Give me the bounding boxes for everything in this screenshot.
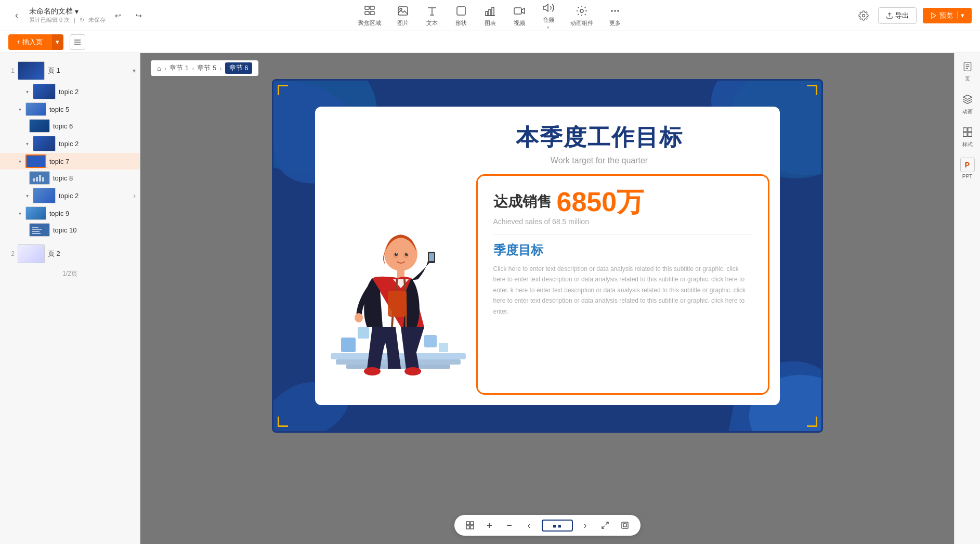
page-expand-1[interactable]: ▾ xyxy=(133,67,136,74)
text-icon xyxy=(425,4,439,18)
topic-item-topic9[interactable]: ▾ topic 9 xyxy=(0,205,140,222)
preview-dropdown[interactable]: ▾ xyxy=(957,11,964,19)
svg-point-53 xyxy=(404,367,421,375)
sidebar-expand-arrow[interactable]: › xyxy=(133,191,140,200)
topic7-thumb xyxy=(25,154,46,168)
tool-animation[interactable]: 动画组件 xyxy=(570,4,593,27)
topic8-label: topic 8 xyxy=(53,174,73,182)
svg-rect-36 xyxy=(341,338,356,352)
next-slide-button[interactable]: › xyxy=(578,518,593,533)
grid-view-button[interactable] xyxy=(463,518,477,533)
right-panel-page[interactable]: 页 xyxy=(960,59,975,83)
topic-item-topic5[interactable]: ▾ topic 5 xyxy=(0,101,140,118)
tool-chart[interactable]: 图表 xyxy=(483,4,498,27)
topic5-collapse[interactable]: ▾ xyxy=(19,107,21,112)
breadcrumb-home-icon[interactable]: ⌂ xyxy=(157,64,161,72)
svg-rect-67 xyxy=(968,128,972,132)
slide-inner: 本季度工作目标 Work target for the quarter 达成销售… xyxy=(273,81,821,431)
page-section-1: 1 页 1 ▾ ▾ topic 2 ▾ topic 5 xyxy=(0,57,140,240)
svg-rect-66 xyxy=(963,128,967,132)
topic-item-topic2-2[interactable]: ▾ topic 2 xyxy=(0,134,140,153)
topic-item-topic6[interactable]: topic 6 xyxy=(0,118,140,134)
page-item-2[interactable]: 2 页 2 xyxy=(0,242,140,265)
svg-rect-25 xyxy=(42,177,44,182)
page-label-2: 页 2 xyxy=(48,249,60,258)
insert-page-button[interactable]: + 插入页 xyxy=(8,34,51,50)
breadcrumb-item-2[interactable]: 章节 5 xyxy=(197,63,216,73)
edit-count: 累计已编辑 0 次 xyxy=(29,16,70,24)
refresh-icon[interactable]: ↻ xyxy=(80,17,84,23)
settings-button[interactable] xyxy=(855,7,872,24)
animation-panel-icon xyxy=(960,92,975,107)
page-indicator: ■ ■ xyxy=(542,520,573,532)
svg-rect-22 xyxy=(33,178,35,182)
insert-page-dropdown[interactable]: ▾ xyxy=(51,34,63,50)
svg-point-16 xyxy=(863,14,865,17)
right-panel-ppt[interactable]: P PPT xyxy=(960,158,975,179)
preview-label: 预览 xyxy=(939,11,953,20)
undo-button[interactable]: ↩ xyxy=(110,7,126,24)
doc-title-dropdown[interactable]: ▾ xyxy=(75,7,79,16)
svg-marker-18 xyxy=(932,12,936,18)
topic-item-topic10[interactable]: topic 10 xyxy=(0,222,140,238)
breadcrumb-item-3[interactable]: 章节 6 xyxy=(225,62,253,74)
sales-number: 6850万 xyxy=(557,188,644,215)
zoom-in-button[interactable]: + xyxy=(482,518,497,533)
right-panel-style[interactable]: 样式 xyxy=(960,125,975,148)
topic2-2-collapse[interactable]: ▾ xyxy=(26,141,29,147)
redo-button[interactable]: ↪ xyxy=(130,7,147,24)
topic7-collapse[interactable]: ▾ xyxy=(19,159,21,164)
right-panel: 页 动画 样式 P PPT xyxy=(954,53,980,544)
divider: | xyxy=(74,17,75,23)
svg-point-15 xyxy=(618,10,619,11)
topic2-1-collapse[interactable]: ▾ xyxy=(26,89,29,95)
fit-button[interactable] xyxy=(618,518,632,533)
preview-button[interactable]: 预览 ▾ xyxy=(923,8,972,23)
svg-rect-56 xyxy=(466,526,469,529)
page-section-2: 2 页 2 xyxy=(0,240,140,267)
tool-more-label: 更多 xyxy=(609,19,621,27)
menu-button[interactable] xyxy=(70,34,85,50)
topic2-2-label: topic 2 xyxy=(59,140,79,148)
back-button[interactable]: ‹ xyxy=(8,7,25,24)
topic-item-topic2-1[interactable]: ▾ topic 2 xyxy=(0,82,140,101)
prev-slide-button[interactable]: ‹ xyxy=(522,518,537,533)
tool-shape[interactable]: 形状 xyxy=(454,4,468,27)
tool-video[interactable]: 视频 xyxy=(512,4,527,27)
page-number-2: 2 xyxy=(4,250,15,257)
fullscreen-button[interactable] xyxy=(598,518,612,533)
tool-text[interactable]: 文本 xyxy=(425,4,439,27)
svg-point-12 xyxy=(580,9,583,12)
tool-focus[interactable]: 聚焦区域 xyxy=(358,4,381,27)
corner-tr xyxy=(807,85,817,95)
more-icon xyxy=(608,4,622,18)
doc-title-text[interactable]: 未命名的文档 xyxy=(29,7,73,16)
topic-item-topic2-3[interactable]: ▾ topic 2 xyxy=(0,186,133,205)
topic-item-topic8[interactable]: topic 8 xyxy=(0,170,140,186)
topic9-collapse[interactable]: ▾ xyxy=(19,211,21,216)
orange-box: 达成销售 6850万 Achieved sales of 68.5 millio… xyxy=(476,174,769,395)
tool-image[interactable]: 图片 xyxy=(396,4,410,27)
page-item-1[interactable]: 1 页 1 ▾ xyxy=(0,59,140,82)
corner-bl xyxy=(278,417,288,427)
breadcrumb-item-1[interactable]: 章节 1 xyxy=(169,63,189,73)
topic-item-topic7[interactable]: ▾ topic 7 xyxy=(0,153,140,170)
tool-more[interactable]: 更多 xyxy=(608,4,622,27)
topic2-3-collapse[interactable]: ▾ xyxy=(26,193,29,199)
right-panel-animation-label: 动画 xyxy=(962,108,973,115)
zoom-out-button[interactable]: − xyxy=(502,518,517,533)
tool-chart-label: 图表 xyxy=(485,19,496,27)
sidebar: 1 页 1 ▾ ▾ topic 2 ▾ topic 5 xyxy=(0,53,140,544)
right-panel-animation[interactable]: 动画 xyxy=(960,92,975,115)
main-content: 1 页 1 ▾ ▾ topic 2 ▾ topic 5 xyxy=(0,53,980,544)
topic6-thumb xyxy=(29,119,50,133)
doc-title: 未命名的文档 ▾ xyxy=(29,7,106,16)
topic5-label: topic 5 xyxy=(49,106,69,113)
tool-shape-label: 形状 xyxy=(455,19,467,27)
character-illustration xyxy=(320,223,476,400)
svg-rect-1 xyxy=(370,6,374,9)
tool-audio[interactable]: 音频 ▾ xyxy=(541,1,556,30)
quarter-desc: Click here to enter text description or … xyxy=(493,264,752,317)
export-button[interactable]: 导出 xyxy=(878,7,917,24)
breadcrumb: ⌂ › 章节 1 › 章节 5 › 章节 6 xyxy=(151,60,258,76)
